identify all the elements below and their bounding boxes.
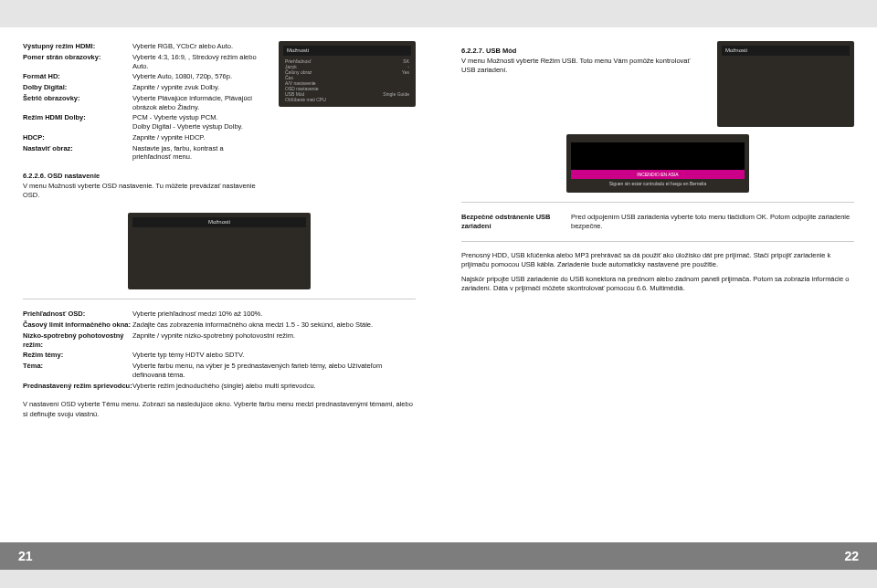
setting-label: Režim HDMI Dolby:: [23, 112, 132, 132]
usb-safe-remove-table: Bezpečné odstránenie USB zariadeníPred o…: [461, 212, 854, 232]
ui-screenshot-options-2: Možnosti: [128, 213, 311, 289]
page-number-right: 22: [844, 542, 877, 570]
setting-value: Zapnite / vypnite nízko-spotrebný pohoto…: [132, 331, 416, 351]
setting-value: Pred odpojením USB zariadenia vyberte to…: [571, 212, 854, 232]
ui-screenshot-news: INCENDIO EN ASIA Siguen sin estar contro…: [566, 134, 749, 193]
divider: [461, 202, 854, 203]
osd-settings-table: Priehľadnosť OSD:Vyberte priehľadnosť me…: [23, 309, 416, 391]
usb-section-body: V menu Možnosti vyberte Režim USB. Toto …: [461, 57, 699, 75]
page-number-left: 21: [0, 542, 33, 570]
setting-label: Pomer strán obrazovky:: [23, 52, 132, 72]
setting-value: Vyberte RGB, YCbCr alebo Auto.: [132, 41, 260, 52]
osd-theme-body: V nastavení OSD vyberte Tému menu. Zobra…: [23, 400, 416, 418]
setting-value: Zapnite / vypnite zvuk Dolby.: [132, 82, 260, 93]
ui-screenshot-options-1: Možnosti PriehľadnosťSKJazyk-Čalúny obra…: [279, 41, 416, 107]
setting-value: Vyberte farbu menu, na výber je 5 predna…: [132, 361, 416, 381]
divider: [23, 299, 416, 299]
setting-value: Vyberte Plávajúce informácie, Plávajúci …: [132, 93, 260, 113]
divider: [461, 241, 854, 242]
setting-value: PCM - Vyberte výstup PCM. Dolby Digital …: [132, 112, 260, 132]
ui-menu-row: Obľúbené mati CPU: [283, 97, 411, 102]
hdmi-settings-table: Výstupný režim HDMI:Vyberte RGB, YCbCr a…: [23, 41, 260, 163]
setting-value: Vyberte režim jednoduchého (single) aleb…: [132, 381, 416, 392]
ui-screenshot-options-3: Možnosti: [717, 41, 854, 127]
setting-value: Nastavte jas, farbu, kontrast a priehľad…: [132, 143, 260, 163]
setting-value: Zadajte čas zobrazenia informačného okna…: [132, 320, 416, 331]
setting-label: Šetrič obrazovky:: [23, 93, 132, 113]
setting-label: Formát HD:: [23, 71, 132, 82]
setting-label: Téma:: [23, 361, 132, 381]
setting-value: Zapnite / vypnite HDCP.: [132, 132, 260, 143]
setting-value: Vyberte priehľadnosť medzi 10% až 100%.: [132, 309, 416, 320]
setting-value: Vyberte Auto, 1080i, 720p, 576p.: [132, 71, 260, 82]
setting-label: Nastaviť obraz:: [23, 143, 132, 163]
setting-label: Režim témy:: [23, 350, 132, 361]
setting-value: Vyberte 4:3, 16:9, , Stredový režim aleb…: [132, 52, 260, 72]
osd-section-body: V menu Možnosti vyberte OSD nastavenie. …: [23, 182, 260, 200]
setting-label: Priehľadnosť OSD:: [23, 309, 132, 320]
setting-label: Časový limit informačného okna:: [23, 320, 132, 331]
usb-storage-body: Prenosný HDD, USB kľúčenka alebo MP3 pre…: [461, 251, 854, 269]
setting-label: Nízko-spotrebný pohotovostný režim:: [23, 331, 132, 351]
usb-section-heading: 6.2.2.7. USB Mód: [461, 47, 699, 55]
setting-value: Vyberte typ témy HDTV alebo SDTV.: [132, 350, 416, 361]
setting-label: Výstupný režim HDMI:: [23, 41, 132, 52]
usb-connect-body: Najskôr pripojte USB zariadenie do USB k…: [461, 275, 854, 293]
setting-label: Bezpečné odstránenie USB zariadení: [461, 212, 571, 232]
setting-label: HDCP:: [23, 132, 132, 143]
setting-label: Dolby Digital:: [23, 82, 132, 93]
osd-section-heading: 6.2.2.6. OSD nastavenie: [23, 172, 260, 180]
setting-label: Prednastavený režim sprievodcu:: [23, 381, 132, 392]
